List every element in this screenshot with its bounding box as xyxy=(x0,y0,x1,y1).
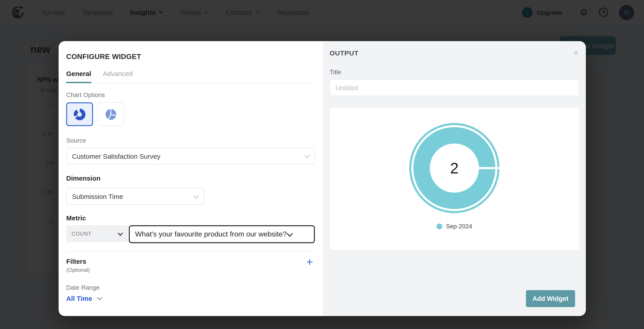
tab-general[interactable]: General xyxy=(66,70,91,83)
configure-widget-modal: CONFIGURE WIDGET General Advanced Chart … xyxy=(58,41,586,316)
legend-label: Sep-2024 xyxy=(446,223,472,230)
metric-question-value: What's your favourite product from our w… xyxy=(135,230,287,238)
chart-options-label: Chart Options xyxy=(66,91,315,98)
date-range-label: Date Range xyxy=(66,284,315,291)
widget-title-input[interactable] xyxy=(330,79,579,96)
chevron-down-icon xyxy=(304,154,309,158)
dimension-value: Submission Time xyxy=(72,192,123,200)
source-label: Source xyxy=(66,137,315,144)
source-select[interactable]: Customer Satisfaction Survey xyxy=(66,148,315,164)
chevron-down-icon xyxy=(96,297,102,300)
chevron-down-icon xyxy=(287,233,292,236)
modal-title: CONFIGURE WIDGET xyxy=(66,53,315,61)
dimension-label: Dimension xyxy=(66,174,315,182)
app-viewport: Surveys Templates Insights Tickets Conta… xyxy=(0,0,644,329)
output-panel: OUTPUT ✕ Title 2 Sep-2024 xyxy=(323,41,586,316)
source-value: Customer Satisfaction Survey xyxy=(72,152,160,160)
chevron-down-icon xyxy=(118,232,122,235)
donut-chart-icon xyxy=(73,108,86,120)
metric-aggregation-value: COUNT xyxy=(72,231,92,237)
modal-tabs: General Advanced xyxy=(66,70,315,83)
output-title: OUTPUT xyxy=(330,49,358,57)
filters-label: Filters xyxy=(66,258,90,265)
output-header: OUTPUT ✕ xyxy=(330,49,579,57)
donut-chart: 2 xyxy=(405,119,504,217)
metric-label: Metric xyxy=(66,214,315,222)
pie-chart-icon xyxy=(105,108,117,120)
chart-type-pie-button[interactable] xyxy=(98,102,124,126)
section-divider xyxy=(66,251,315,252)
chart-type-options xyxy=(66,102,315,126)
filters-optional-label: (Optional) xyxy=(66,267,90,273)
metric-row: COUNT What's your favourite product from… xyxy=(66,225,315,243)
widget-title-label: Title xyxy=(330,68,579,75)
filters-section: Filters (Optional) + xyxy=(66,258,315,273)
metric-question-select[interactable]: What's your favourite product from our w… xyxy=(129,225,315,243)
tab-advanced[interactable]: Advanced xyxy=(103,70,132,83)
legend-dot-icon xyxy=(436,224,442,229)
chart-preview-card: 2 Sep-2024 xyxy=(330,108,579,250)
dimension-select[interactable]: Submission Time xyxy=(66,188,204,205)
add-filter-button[interactable]: + xyxy=(306,258,313,266)
metric-aggregation-select[interactable]: COUNT xyxy=(66,225,128,242)
donut-center-value: 2 xyxy=(405,119,504,217)
add-widget-button[interactable]: Add Widget xyxy=(526,290,575,307)
chart-type-donut-button[interactable] xyxy=(66,102,93,126)
date-range-select[interactable]: All Time xyxy=(66,295,315,302)
date-range-value: All Time xyxy=(66,295,92,302)
chart-legend: Sep-2024 xyxy=(436,223,472,230)
close-icon[interactable]: ✕ xyxy=(573,49,580,57)
chevron-down-icon xyxy=(193,195,198,198)
configure-panel: CONFIGURE WIDGET General Advanced Chart … xyxy=(58,41,323,316)
